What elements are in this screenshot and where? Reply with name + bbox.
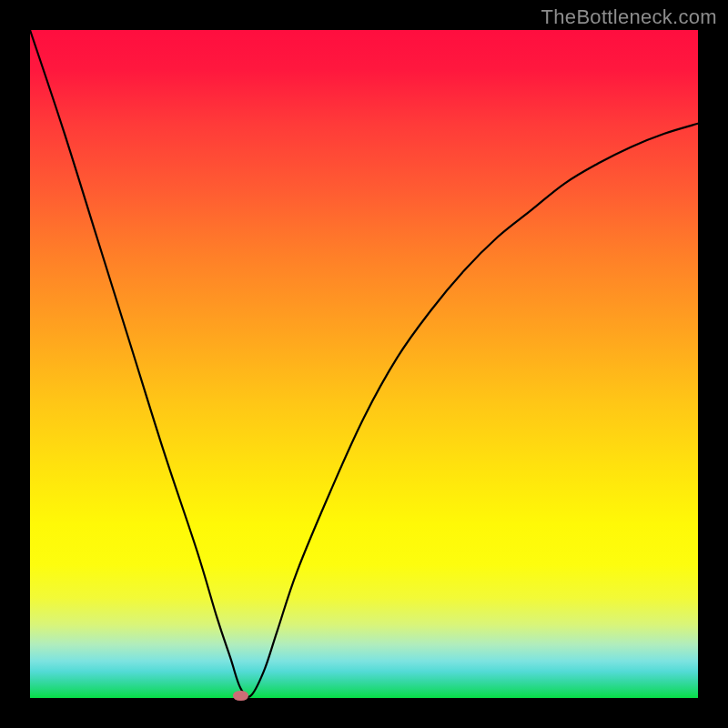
plot-area — [30, 30, 698, 698]
chart-frame: TheBottleneck.com — [0, 0, 728, 728]
optimum-marker — [233, 691, 248, 701]
watermark-text: TheBottleneck.com — [541, 5, 717, 29]
bottleneck-curve-svg — [30, 30, 698, 698]
bottleneck-curve — [30, 30, 698, 697]
